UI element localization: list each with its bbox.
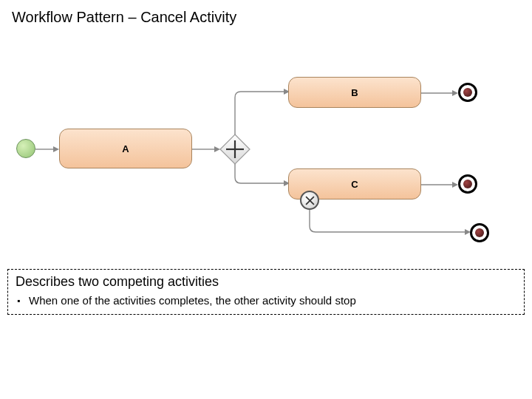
task-b: B xyxy=(288,77,421,108)
flow-gateway-to-b xyxy=(233,90,290,137)
description-box: Describes two competing activities When … xyxy=(7,269,525,315)
end-event-b xyxy=(458,83,477,102)
flow-c-to-end2 xyxy=(421,182,458,188)
flow-b-to-end1 xyxy=(421,90,458,96)
svg-marker-1 xyxy=(53,146,59,152)
parallel-gateway xyxy=(219,133,251,166)
page-title: Workflow Pattern – Cancel Activity xyxy=(12,9,236,26)
description-bullet: When one of the activities completes, th… xyxy=(29,294,516,307)
task-a: A xyxy=(59,129,192,168)
start-event xyxy=(16,139,35,158)
bpmn-diagram: A B C xyxy=(0,66,532,259)
end-event-c xyxy=(458,174,477,194)
description-heading: Describes two competing activities xyxy=(16,274,516,290)
svg-marker-12 xyxy=(452,90,458,96)
flow-start-to-a xyxy=(35,146,59,152)
end-event-cancel xyxy=(470,223,489,242)
svg-marker-14 xyxy=(452,182,458,188)
flow-a-to-gateway xyxy=(192,146,220,152)
flow-boundary-to-end3 xyxy=(308,210,471,235)
cancel-boundary-event xyxy=(300,191,319,210)
description-list: When one of the activities completes, th… xyxy=(16,294,516,307)
flow-gateway-to-c xyxy=(233,163,290,185)
